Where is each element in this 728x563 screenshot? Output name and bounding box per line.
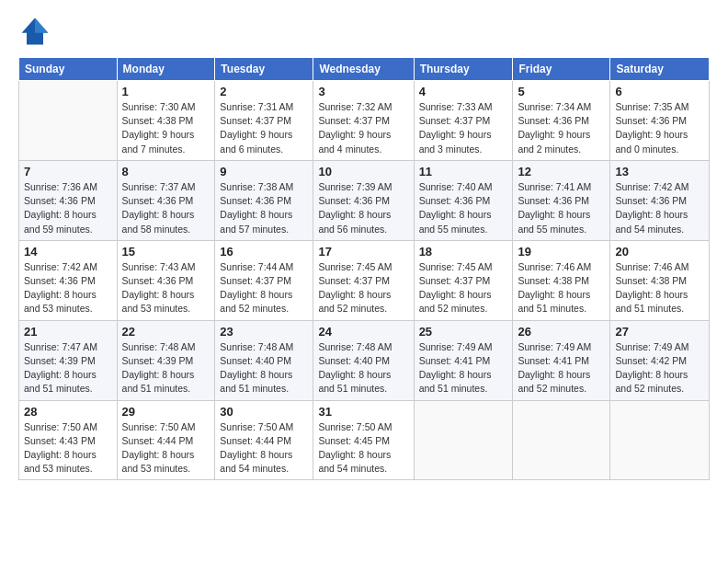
- calendar-week-row: 7Sunrise: 7:36 AM Sunset: 4:36 PM Daylig…: [19, 160, 710, 240]
- day-info: Sunrise: 7:50 AM Sunset: 4:44 PM Dayligh…: [220, 420, 308, 477]
- day-info: Sunrise: 7:32 AM Sunset: 4:37 PM Dayligh…: [318, 100, 408, 156]
- day-info: Sunrise: 7:42 AM Sunset: 4:36 PM Dayligh…: [615, 180, 704, 236]
- day-number: 3: [318, 85, 408, 98]
- day-number: 2: [220, 85, 308, 98]
- day-number: 1: [122, 85, 210, 98]
- weekday-header-thursday: Thursday: [414, 58, 513, 81]
- calendar-cell: 21Sunrise: 7:47 AM Sunset: 4:39 PM Dayli…: [19, 320, 118, 400]
- day-info: Sunrise: 7:35 AM Sunset: 4:36 PM Dayligh…: [615, 100, 704, 156]
- day-info: Sunrise: 7:42 AM Sunset: 4:36 PM Dayligh…: [24, 260, 112, 316]
- day-number: 10: [318, 165, 408, 178]
- day-number: 11: [419, 165, 508, 178]
- day-number: 6: [615, 85, 704, 98]
- day-info: Sunrise: 7:40 AM Sunset: 4:36 PM Dayligh…: [419, 180, 508, 236]
- weekday-header-friday: Friday: [513, 58, 610, 81]
- weekday-header-saturday: Saturday: [610, 58, 710, 81]
- day-number: 22: [122, 325, 210, 339]
- calendar-cell: 11Sunrise: 7:40 AM Sunset: 4:36 PM Dayli…: [414, 160, 513, 240]
- day-number: 15: [122, 245, 210, 259]
- calendar-cell: 31Sunrise: 7:50 AM Sunset: 4:45 PM Dayli…: [313, 400, 414, 480]
- day-info: Sunrise: 7:48 AM Sunset: 4:40 PM Dayligh…: [220, 340, 308, 396]
- day-info: Sunrise: 7:31 AM Sunset: 4:37 PM Dayligh…: [220, 100, 308, 156]
- calendar-cell: 30Sunrise: 7:50 AM Sunset: 4:44 PM Dayli…: [215, 400, 313, 480]
- calendar-cell: [610, 400, 710, 480]
- day-info: Sunrise: 7:50 AM Sunset: 4:44 PM Dayligh…: [122, 420, 210, 477]
- day-number: 26: [518, 325, 605, 339]
- calendar-cell: 1Sunrise: 7:30 AM Sunset: 4:38 PM Daylig…: [117, 81, 215, 161]
- calendar-cell: 26Sunrise: 7:49 AM Sunset: 4:41 PM Dayli…: [513, 320, 610, 400]
- calendar-cell: 20Sunrise: 7:46 AM Sunset: 4:38 PM Dayli…: [610, 240, 710, 320]
- day-info: Sunrise: 7:39 AM Sunset: 4:36 PM Dayligh…: [318, 180, 408, 236]
- weekday-header-tuesday: Tuesday: [215, 58, 313, 81]
- calendar-cell: 22Sunrise: 7:48 AM Sunset: 4:39 PM Dayli…: [117, 320, 215, 400]
- logo-icon: [18, 15, 51, 48]
- day-number: 29: [122, 405, 210, 419]
- calendar-header-row: SundayMondayTuesdayWednesdayThursdayFrid…: [19, 58, 710, 81]
- day-info: Sunrise: 7:49 AM Sunset: 4:42 PM Dayligh…: [615, 340, 704, 396]
- calendar-cell: 3Sunrise: 7:32 AM Sunset: 4:37 PM Daylig…: [313, 81, 414, 161]
- calendar-week-row: 28Sunrise: 7:50 AM Sunset: 4:43 PM Dayli…: [19, 400, 710, 480]
- day-info: Sunrise: 7:47 AM Sunset: 4:39 PM Dayligh…: [24, 340, 112, 396]
- day-number: 5: [518, 85, 605, 98]
- day-info: Sunrise: 7:37 AM Sunset: 4:36 PM Dayligh…: [122, 180, 210, 236]
- calendar-week-row: 14Sunrise: 7:42 AM Sunset: 4:36 PM Dayli…: [19, 240, 710, 320]
- calendar-cell: 9Sunrise: 7:38 AM Sunset: 4:36 PM Daylig…: [215, 160, 313, 240]
- header: [18, 15, 710, 48]
- day-number: 19: [518, 245, 605, 259]
- calendar-cell: [19, 81, 118, 161]
- day-info: Sunrise: 7:48 AM Sunset: 4:40 PM Dayligh…: [318, 340, 408, 396]
- day-number: 30: [220, 405, 308, 419]
- day-number: 20: [615, 245, 704, 259]
- weekday-header-sunday: Sunday: [19, 58, 118, 81]
- day-number: 27: [615, 325, 704, 339]
- day-number: 31: [318, 405, 408, 419]
- day-number: 28: [24, 405, 112, 419]
- day-info: Sunrise: 7:46 AM Sunset: 4:38 PM Dayligh…: [615, 260, 704, 316]
- calendar-cell: 27Sunrise: 7:49 AM Sunset: 4:42 PM Dayli…: [610, 320, 710, 400]
- weekday-header-monday: Monday: [117, 58, 215, 81]
- day-number: 7: [24, 165, 112, 178]
- day-info: Sunrise: 7:46 AM Sunset: 4:38 PM Dayligh…: [518, 260, 605, 316]
- day-info: Sunrise: 7:41 AM Sunset: 4:36 PM Dayligh…: [518, 180, 605, 236]
- calendar-week-row: 21Sunrise: 7:47 AM Sunset: 4:39 PM Dayli…: [19, 320, 710, 400]
- calendar-cell: 25Sunrise: 7:49 AM Sunset: 4:41 PM Dayli…: [414, 320, 513, 400]
- calendar-cell: 4Sunrise: 7:33 AM Sunset: 4:37 PM Daylig…: [414, 81, 513, 161]
- calendar-cell: 6Sunrise: 7:35 AM Sunset: 4:36 PM Daylig…: [610, 81, 710, 161]
- calendar-cell: 12Sunrise: 7:41 AM Sunset: 4:36 PM Dayli…: [513, 160, 610, 240]
- day-info: Sunrise: 7:49 AM Sunset: 4:41 PM Dayligh…: [518, 340, 605, 396]
- day-info: Sunrise: 7:45 AM Sunset: 4:37 PM Dayligh…: [318, 260, 408, 316]
- calendar-table: SundayMondayTuesdayWednesdayThursdayFrid…: [18, 57, 710, 480]
- calendar-cell: 15Sunrise: 7:43 AM Sunset: 4:36 PM Dayli…: [117, 240, 215, 320]
- day-number: 14: [24, 245, 112, 259]
- calendar-cell: 16Sunrise: 7:44 AM Sunset: 4:37 PM Dayli…: [215, 240, 313, 320]
- calendar-cell: 19Sunrise: 7:46 AM Sunset: 4:38 PM Dayli…: [513, 240, 610, 320]
- weekday-header-wednesday: Wednesday: [313, 58, 414, 81]
- day-info: Sunrise: 7:49 AM Sunset: 4:41 PM Dayligh…: [419, 340, 508, 396]
- calendar-cell: 24Sunrise: 7:48 AM Sunset: 4:40 PM Dayli…: [313, 320, 414, 400]
- day-number: 13: [615, 165, 704, 178]
- calendar-cell: 5Sunrise: 7:34 AM Sunset: 4:36 PM Daylig…: [513, 81, 610, 161]
- calendar-cell: 28Sunrise: 7:50 AM Sunset: 4:43 PM Dayli…: [19, 400, 118, 480]
- day-info: Sunrise: 7:34 AM Sunset: 4:36 PM Dayligh…: [518, 100, 605, 156]
- calendar-cell: 17Sunrise: 7:45 AM Sunset: 4:37 PM Dayli…: [313, 240, 414, 320]
- day-number: 25: [419, 325, 508, 339]
- calendar-cell: 2Sunrise: 7:31 AM Sunset: 4:37 PM Daylig…: [215, 81, 313, 161]
- day-number: 17: [318, 245, 408, 259]
- calendar-cell: 18Sunrise: 7:45 AM Sunset: 4:37 PM Dayli…: [414, 240, 513, 320]
- calendar-cell: 8Sunrise: 7:37 AM Sunset: 4:36 PM Daylig…: [117, 160, 215, 240]
- day-info: Sunrise: 7:44 AM Sunset: 4:37 PM Dayligh…: [220, 260, 308, 316]
- day-info: Sunrise: 7:36 AM Sunset: 4:36 PM Dayligh…: [24, 180, 112, 236]
- calendar-week-row: 1Sunrise: 7:30 AM Sunset: 4:38 PM Daylig…: [19, 81, 710, 161]
- logo: [18, 15, 55, 48]
- day-number: 23: [220, 325, 308, 339]
- calendar-cell: 23Sunrise: 7:48 AM Sunset: 4:40 PM Dayli…: [215, 320, 313, 400]
- calendar-cell: 10Sunrise: 7:39 AM Sunset: 4:36 PM Dayli…: [313, 160, 414, 240]
- calendar-cell: 29Sunrise: 7:50 AM Sunset: 4:44 PM Dayli…: [117, 400, 215, 480]
- day-number: 21: [24, 325, 112, 339]
- page: SundayMondayTuesdayWednesdayThursdayFrid…: [0, 0, 728, 563]
- calendar-cell: [513, 400, 610, 480]
- day-info: Sunrise: 7:33 AM Sunset: 4:37 PM Dayligh…: [419, 100, 508, 156]
- calendar-cell: 7Sunrise: 7:36 AM Sunset: 4:36 PM Daylig…: [19, 160, 118, 240]
- day-number: 4: [419, 85, 508, 98]
- day-number: 24: [318, 325, 408, 339]
